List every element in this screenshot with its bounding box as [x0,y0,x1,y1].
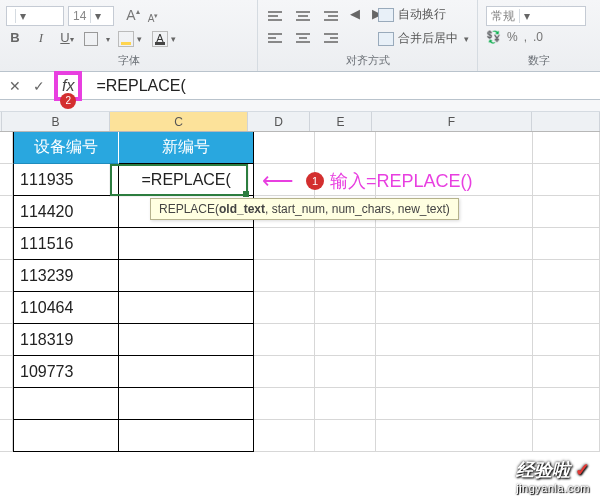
col-header[interactable]: B [2,112,110,131]
table-cell[interactable] [119,356,254,388]
table-cell[interactable] [119,420,254,452]
currency-button[interactable]: 💱 [486,30,501,44]
increase-decimal-button[interactable]: .0 [533,30,543,44]
col-header[interactable]: D [248,112,310,131]
table-cell[interactable] [119,260,254,292]
ribbon-group-label: 对齐方式 [258,53,477,68]
table-cell[interactable] [13,420,119,452]
table-header-device-id: 设备编号 [13,132,119,164]
percent-button[interactable]: % [507,30,518,44]
table-cell[interactable]: 118319 [13,324,119,356]
annotation-input-replace: ⟵ 1 输入=REPLACE() [262,168,473,194]
decrease-indent-button[interactable]: ◀ [346,6,364,24]
underline-button[interactable]: U▾ [58,30,76,48]
formula-input[interactable] [88,74,600,98]
merge-center-button[interactable]: 合并后居中▾ [378,30,469,47]
table-cell[interactable]: 111935 [13,164,119,196]
italic-button[interactable]: I [32,30,50,48]
chevron-down-icon: ▾ [519,9,533,23]
ribbon-group-alignment: ◀ ▶ 自动换行 合并后居中▾ 对齐方式 [258,0,478,71]
ribbon-group-label: 数字 [478,53,600,68]
col-header[interactable]: F [372,112,532,131]
ribbon-group-number: 常规▾ 💱 % , .0 数字 [478,0,600,71]
table-header-new-id: 新编号 [119,132,254,164]
chevron-down-icon: ▾ [15,9,29,23]
table-cell[interactable] [13,388,119,420]
ribbon: ▾ 14▾ A▴ A▾ B I U▾ ▾ ▾ A▾ 字体 [0,0,600,72]
table-cell[interactable]: 113239 [13,260,119,292]
ribbon-group-font: ▾ 14▾ A▴ A▾ B I U▾ ▾ ▾ A▾ 字体 [0,0,258,71]
font-color-button[interactable]: A▾ [152,31,178,47]
bold-button[interactable]: B [6,30,24,48]
comma-button[interactable]: , [524,30,527,44]
column-headers: B C D E F [0,112,600,132]
arrow-left-icon: ⟵ [262,168,294,194]
cancel-formula-button[interactable]: ✕ [6,78,24,94]
table-cell[interactable] [119,228,254,260]
table-cell[interactable]: 109773 [13,356,119,388]
table-cell[interactable] [119,292,254,324]
annotation-badge-1: 1 [306,172,324,190]
confirm-formula-button[interactable]: ✓ [30,78,48,94]
wrap-text-button[interactable]: 自动换行 [378,6,446,23]
table-cell[interactable] [119,324,254,356]
insert-function-button[interactable]: fx 2 [54,71,82,101]
grow-font-button[interactable]: A▴ [124,7,142,25]
border-button[interactable] [84,32,98,46]
table-cell[interactable]: 114420 [13,196,119,228]
annotation-badge-2: 2 [60,93,76,109]
col-header[interactable]: C [110,112,248,131]
active-cell[interactable]: =REPLACE( [119,164,254,196]
check-icon: ✓ [575,460,590,480]
ribbon-group-label: 字体 [0,53,257,68]
spacer-bar [0,100,600,112]
font-size-combo[interactable]: 14▾ [68,6,114,26]
col-header[interactable]: E [310,112,372,131]
wrap-icon [378,8,394,22]
table-cell[interactable]: 110464 [13,292,119,324]
watermark: 经验啦 ✓ jingyanla.com [516,458,590,494]
table-cell[interactable] [119,388,254,420]
chevron-down-icon: ▾ [90,9,104,23]
number-format-combo[interactable]: 常规▾ [486,6,586,26]
spreadsheet-grid[interactable]: 设备编号 新编号 111935 =REPLACE( 114420 111516 … [0,132,600,452]
table-cell[interactable]: 111516 [13,228,119,260]
fill-color-button[interactable]: ▾ [118,31,144,47]
function-tooltip: REPLACE(old_text, start_num, num_chars, … [150,198,459,220]
alignment-buttons[interactable] [268,6,338,48]
font-family-combo[interactable]: ▾ [6,6,64,26]
merge-icon [378,32,394,46]
shrink-font-button[interactable]: A▾ [144,7,162,25]
formula-bar: ✕ ✓ fx 2 [0,72,600,100]
